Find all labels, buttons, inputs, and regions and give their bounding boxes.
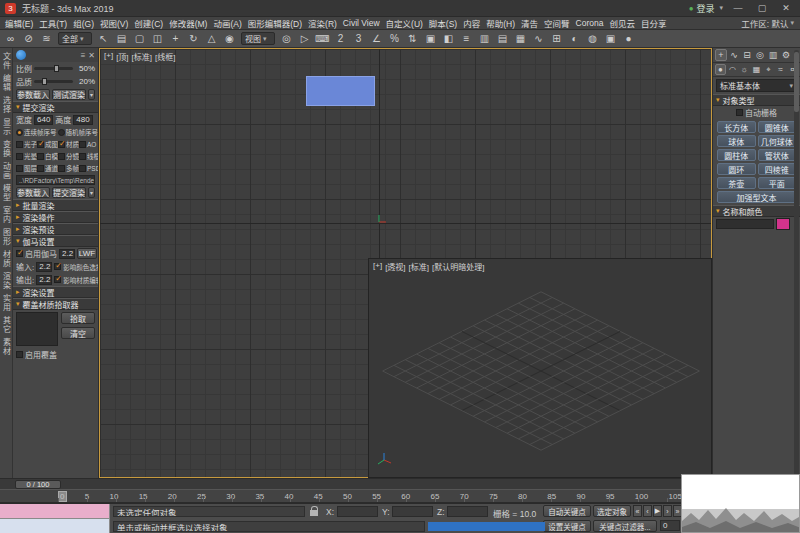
height-field[interactable]: 480	[73, 115, 92, 125]
menu-item[interactable]: Corona	[573, 18, 607, 28]
render-option-checkbox[interactable]: 图层	[16, 163, 37, 173]
render-option-checkbox[interactable]: 白模	[37, 151, 58, 161]
cat-lights-icon[interactable]: ☼	[739, 64, 750, 75]
menu-item[interactable]: 工具(T)	[36, 17, 70, 29]
left-category-tab[interactable]: 图形	[1, 228, 12, 246]
panel-close-icon[interactable]: ✕	[88, 51, 95, 60]
primitive-button[interactable]: 圆锥体	[758, 121, 797, 133]
object-name-field[interactable]	[716, 219, 774, 229]
object-color-swatch[interactable]	[776, 218, 790, 230]
cat-shapes-icon[interactable]: ◠	[727, 64, 738, 75]
menu-item[interactable]: 脚本(S)	[426, 17, 460, 29]
workspace-dropdown[interactable]: 工作区: 默认▾	[741, 17, 798, 29]
rollout-object-type[interactable]: ▾对象类型	[713, 94, 800, 106]
ribbon-icon[interactable]: ▦	[512, 31, 529, 46]
select-and-place-icon[interactable]: ◉	[221, 31, 238, 46]
curve-editor-icon[interactable]: ∿	[530, 31, 547, 46]
current-frame-field[interactable]: 0	[660, 520, 680, 531]
left-category-tab[interactable]: 实用	[1, 294, 12, 312]
render-option-checkbox[interactable]: 通道	[37, 163, 58, 173]
angle-snap-icon[interactable]: ∠	[368, 31, 385, 46]
gamma-in-field[interactable]: 2.2	[36, 262, 52, 272]
schematic-view-icon[interactable]: ⊞	[548, 31, 565, 46]
macro-recorder-field[interactable]	[0, 504, 110, 519]
select-and-scale-icon[interactable]: △	[203, 31, 220, 46]
viewport-label[interactable]: [标准]	[132, 51, 152, 62]
viewport-label[interactable]: [透视]	[385, 261, 405, 272]
align-icon[interactable]: ≡	[458, 31, 475, 46]
rectangular-selection-icon[interactable]: ▢	[131, 31, 148, 46]
select-and-manipulate-icon[interactable]: ▷	[296, 31, 313, 46]
key-filters-button[interactable]: 关键点过滤器...	[593, 520, 657, 532]
viewport-perspective[interactable]: [+][透视][标准][默认明暗处理]	[368, 258, 712, 478]
select-object-icon[interactable]: ↖	[95, 31, 112, 46]
transport-button[interactable]: ▶	[653, 505, 662, 517]
autogrid-checkbox[interactable]	[736, 109, 743, 116]
mirror-icon[interactable]: ◧	[440, 31, 457, 46]
affect-material-checkbox[interactable]	[54, 276, 61, 283]
panel-scrollbar[interactable]	[794, 50, 799, 498]
rollout-override-material[interactable]: ▾覆盖材质拾取器	[13, 298, 98, 310]
primitive-button[interactable]: 加强型文本	[717, 191, 796, 203]
primitive-button[interactable]: 几何球体	[758, 135, 797, 147]
menu-item[interactable]: 动画(A)	[210, 17, 244, 29]
select-and-rotate-icon[interactable]: ↻	[185, 31, 202, 46]
tab-motion-icon[interactable]: ◎	[754, 49, 766, 61]
percent-snap-icon[interactable]: %	[386, 31, 403, 46]
menu-item[interactable]: 自定义(U)	[383, 17, 426, 29]
tab-modify-icon[interactable]: ∿	[728, 49, 740, 61]
plugin-logo-icon[interactable]	[16, 50, 26, 60]
cat-spacewarps-icon[interactable]: ≈	[775, 64, 786, 75]
enable-override-checkbox[interactable]	[16, 351, 23, 358]
transport-button[interactable]: ›	[663, 505, 672, 517]
random-frames-radio[interactable]	[58, 129, 65, 136]
cat-geometry-icon[interactable]: ●	[715, 64, 726, 75]
menu-item[interactable]: 清告	[518, 17, 541, 29]
track-bar[interactable]: 0510152025303540455055606570758085909510…	[0, 489, 712, 503]
rendered-frame-icon[interactable]: ▣	[602, 31, 619, 46]
render-option-checkbox[interactable]: 成图	[37, 139, 58, 149]
left-category-tab[interactable]: 编辑	[1, 74, 12, 92]
selected-plane-object[interactable]	[306, 76, 375, 106]
scale-slider[interactable]	[34, 67, 73, 70]
render-option-checkbox[interactable]: 分镜	[58, 151, 79, 161]
primitive-button[interactable]: 管状体	[758, 149, 797, 161]
menu-item[interactable]: 编辑(E)	[2, 17, 36, 29]
coord-x-field[interactable]	[337, 506, 378, 517]
spinner-snap-icon[interactable]: ⇅	[404, 31, 421, 46]
select-by-name-icon[interactable]: ▤	[113, 31, 130, 46]
viewport-label[interactable]: [+]	[373, 261, 382, 272]
primitive-button[interactable]: 长方体	[717, 121, 756, 133]
menu-item[interactable]: 组(G)	[70, 17, 97, 29]
primitive-button[interactable]: 球体	[717, 135, 756, 147]
maximize-button[interactable]: ▢	[753, 3, 771, 13]
coord-y-field[interactable]	[392, 506, 433, 517]
snap-toggle-2d-icon[interactable]: 2	[332, 31, 349, 46]
menu-item[interactable]: 创建(C)	[131, 17, 166, 29]
left-category-tab[interactable]: 动画	[1, 162, 12, 180]
viewport-label[interactable]: [顶]	[116, 51, 128, 62]
unlink-selection-icon[interactable]: ⊘	[20, 31, 37, 46]
login-button[interactable]: ●登录▾	[689, 2, 723, 15]
width-field[interactable]: 640	[34, 115, 53, 125]
tab-utilities-icon[interactable]: ⚙	[780, 49, 792, 61]
enable-gamma-checkbox[interactable]	[16, 250, 23, 257]
window-crossing-icon[interactable]: ◫	[149, 31, 166, 46]
menu-item[interactable]: 修改器(M)	[166, 17, 210, 29]
transport-button[interactable]: ‹	[643, 505, 652, 517]
rollout-submit-render[interactable]: ▾提交渲染	[13, 101, 98, 113]
close-button[interactable]: ✕	[777, 3, 795, 13]
gamma-out-field[interactable]: 2.2	[36, 275, 52, 285]
rollout-gamma[interactable]: ▾伽马设置	[13, 235, 98, 247]
viewport-label[interactable]: [+]	[104, 51, 113, 62]
slider-handle[interactable]	[54, 65, 59, 72]
left-category-tab[interactable]: 变换	[1, 140, 12, 158]
bind-to-space-warp-icon[interactable]: ≋	[38, 31, 55, 46]
transport-button[interactable]: «	[633, 505, 642, 517]
minimize-button[interactable]: —	[729, 3, 747, 13]
reference-coordinate-dropdown[interactable]: 视图▾	[241, 32, 275, 45]
menu-item[interactable]: 图形编辑器(D)	[245, 17, 305, 29]
test-render-dropdown[interactable]: ▾	[88, 89, 95, 100]
coord-z-field[interactable]	[447, 506, 488, 517]
render-production-icon[interactable]: ●	[620, 31, 637, 46]
